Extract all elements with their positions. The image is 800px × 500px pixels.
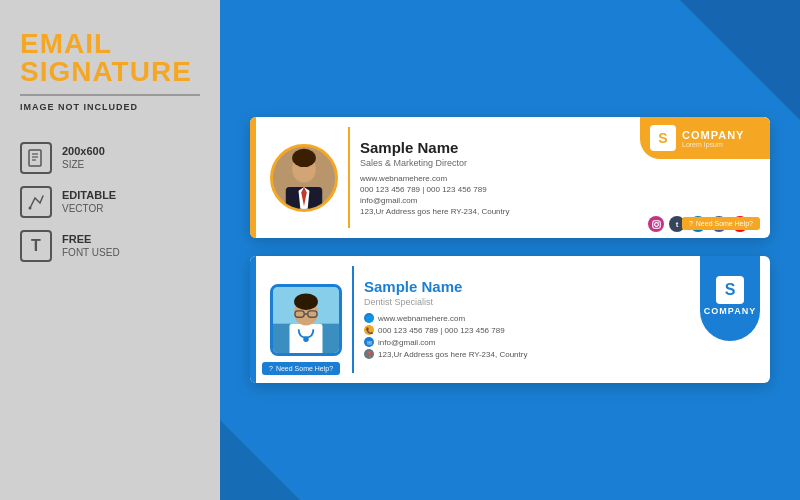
bookmark-company-name: COMPANY [704,306,756,316]
decorative-triangle [220,420,300,500]
size-label: 200x600 [62,145,105,158]
avatar-2 [270,284,342,356]
addr-dot: 📍 [364,349,374,359]
company-block-2: S COMPANY [660,256,770,383]
feature-vector-text: EDITABLE VECTOR [62,189,116,214]
size-desc: SIZE [62,159,105,171]
avatar-1 [270,144,338,212]
svg-point-22 [303,336,309,342]
phone-dot: 📞 [364,325,374,335]
subtitle: IMAGE NOT INCLUDED [20,94,200,112]
bookmark-badge-2: S COMPANY [700,256,760,341]
sig-website-1: www.webnamehere.com [360,174,630,183]
svg-point-13 [658,221,659,222]
sig-phones-1: 000 123 456 789 | 000 123 456 789 [360,185,630,194]
svg-point-7 [292,148,316,166]
help-button-2[interactable]: ? Need Some Help? [262,362,340,375]
feature-vector: EDITABLE VECTOR [20,186,200,218]
font-desc: FONT USED [62,247,120,259]
sig-info-1: Sample Name Sales & Marketing Director w… [348,127,640,228]
svg-point-4 [29,207,32,210]
signature-card-2: Sample Name Dentist Specialist 🌐 www.web… [250,256,770,383]
company-s-icon-1: S [650,125,676,151]
vector-label: EDITABLE [62,189,116,202]
font-label: FREE [62,233,120,246]
sig-phones-2: 📞 000 123 456 789 | 000 123 456 789 [364,325,650,335]
sig-website-2: 🌐 www.webnamehere.com [364,313,650,323]
title-signature: SIGNATURE [20,58,200,86]
svg-point-21 [294,293,318,310]
right-panel: Sample Name Sales & Marketing Director w… [220,0,800,500]
company-badge-1: S COMPANY Lorem Ipsum [640,117,770,159]
size-icon [20,142,52,174]
vector-desc: VECTOR [62,203,116,215]
svg-point-12 [654,222,658,226]
sig-job-title-1: Sales & Marketing Director [360,158,630,168]
avatar-wrap-1 [256,117,348,238]
web-dot: 🌐 [364,313,374,323]
company-sub-1: Lorem Ipsum [682,141,744,148]
signature-card-1: Sample Name Sales & Marketing Director w… [250,117,770,238]
instagram-icon [648,216,664,232]
features-list: 200x600 SIZE EDITABLE VECTOR T FREE FONT… [20,142,200,262]
company-name-1: COMPANY [682,129,744,141]
left-panel: EMAIL SIGNATURE IMAGE NOT INCLUDED 200x6… [0,0,220,500]
sig-details-1: www.webnamehere.com 000 123 456 789 | 00… [360,174,630,216]
font-icon: T [20,230,52,262]
help-button-1[interactable]: ? Need Some Help? [682,217,760,230]
feature-font: T FREE FONT USED [20,230,200,262]
feature-font-text: FREE FONT USED [62,233,120,258]
svg-rect-0 [29,150,41,166]
sig-email-2: ✉ info@gmail.com [364,337,650,347]
sig-name-2: Sample Name [364,278,650,295]
sig-address-2: 📍 123,Ur Address gos here RY-234, Countr… [364,349,650,359]
bookmark-s-icon: S [716,276,744,304]
feature-size-text: 200x600 SIZE [62,145,105,170]
email-dot: ✉ [364,337,374,347]
sig-name-1: Sample Name [360,139,630,156]
vector-icon [20,186,52,218]
company-text-1: COMPANY Lorem Ipsum [682,129,744,148]
sig-address-1: 123,Ur Address gos here RY-234, Country [360,207,630,216]
title-email: EMAIL [20,30,200,58]
sig-info-2: Sample Name Dentist Specialist 🌐 www.web… [352,266,660,373]
sig-email-1: info@gmail.com [360,196,630,205]
sig-job-title-2: Dentist Specialist [364,297,650,307]
feature-size: 200x600 SIZE [20,142,200,174]
